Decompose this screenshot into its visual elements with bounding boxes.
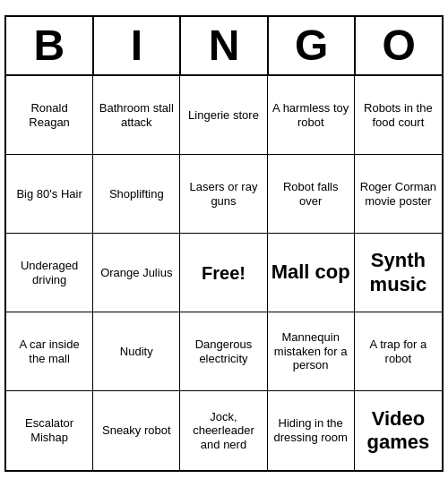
bingo-cell-22[interactable]: Jock, cheerleader and nerd: [180, 391, 267, 470]
bingo-cell-1[interactable]: Bathroom stall attack: [93, 76, 180, 155]
bingo-cell-6[interactable]: Shoplifting: [93, 155, 180, 234]
bingo-cell-19[interactable]: A trap for a robot: [355, 312, 442, 391]
bingo-cell-3[interactable]: A harmless toy robot: [268, 76, 355, 155]
bingo-letter-g: G: [269, 17, 357, 74]
bingo-letter-b: B: [6, 17, 94, 74]
bingo-cell-13[interactable]: Mall cop: [268, 234, 355, 312]
bingo-cell-8[interactable]: Robot falls over: [268, 155, 355, 234]
bingo-letter-o: O: [356, 17, 442, 74]
bingo-cell-15[interactable]: A car inside the mall: [6, 312, 93, 391]
bingo-card: BINGO Ronald ReaganBathroom stall attack…: [4, 15, 444, 472]
bingo-cell-4[interactable]: Robots in the food court: [355, 76, 442, 155]
bingo-header: BINGO: [6, 17, 442, 76]
bingo-cell-0[interactable]: Ronald Reagan: [6, 76, 93, 155]
bingo-cell-24[interactable]: Video games: [355, 391, 442, 470]
bingo-cell-17[interactable]: Dangerous electricity: [180, 312, 267, 391]
bingo-letter-i: I: [94, 17, 182, 74]
bingo-cell-12[interactable]: Free!: [180, 234, 267, 312]
bingo-cell-14[interactable]: Synth music: [355, 234, 442, 312]
bingo-grid: Ronald ReaganBathroom stall attackLinger…: [6, 76, 442, 470]
bingo-cell-21[interactable]: Sneaky robot: [93, 391, 180, 470]
bingo-cell-10[interactable]: Underaged driving: [6, 234, 93, 312]
bingo-cell-16[interactable]: Nudity: [93, 312, 180, 391]
bingo-cell-5[interactable]: Big 80's Hair: [6, 155, 93, 234]
bingo-cell-11[interactable]: Orange Julius: [93, 234, 180, 312]
bingo-cell-9[interactable]: Roger Corman movie poster: [355, 155, 442, 234]
bingo-cell-2[interactable]: Lingerie store: [180, 76, 267, 155]
bingo-cell-20[interactable]: Escalator Mishap: [6, 391, 93, 470]
bingo-letter-n: N: [181, 17, 269, 74]
bingo-cell-18[interactable]: Mannequin mistaken for a person: [268, 312, 355, 391]
bingo-cell-23[interactable]: Hiding in the dressing room: [268, 391, 355, 470]
bingo-cell-7[interactable]: Lasers or ray guns: [180, 155, 267, 234]
